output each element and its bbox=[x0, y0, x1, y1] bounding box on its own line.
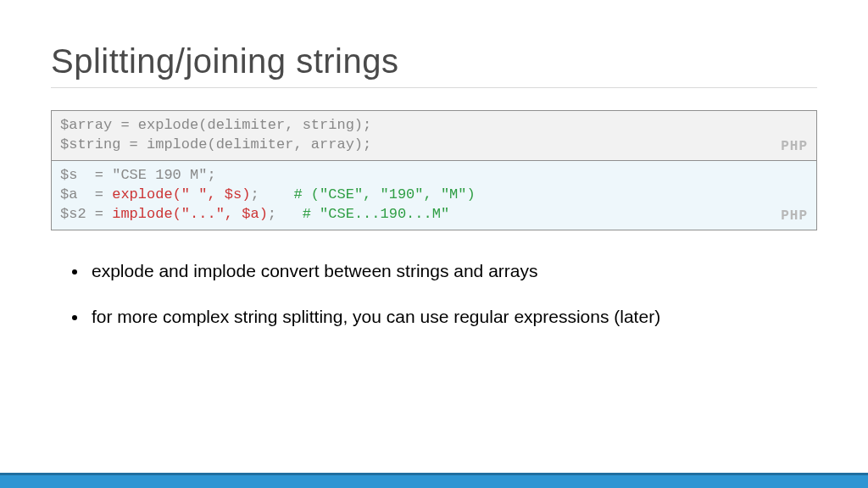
bullet-item: for more complex string splitting, you c… bbox=[88, 307, 817, 327]
code-fragment: ; bbox=[250, 186, 293, 202]
code-line: $array = explode(delimiter, string); bbox=[60, 117, 371, 133]
php-syntax-box: $array = explode(delimiter, string); $st… bbox=[51, 110, 817, 161]
php-example-box: $s = "CSE 190 M"; $a = explode(" ", $s);… bbox=[51, 160, 817, 230]
code-fragment: $a = bbox=[60, 186, 112, 202]
code-function: implode("...", $a) bbox=[112, 206, 268, 222]
slide: Splitting/joining strings $array = explo… bbox=[0, 0, 868, 488]
code-fragment: ; bbox=[268, 206, 303, 222]
language-badge: PHP bbox=[781, 208, 808, 226]
code-fragment: $s2 = bbox=[60, 206, 112, 222]
bullet-item: explode and implode convert between stri… bbox=[88, 261, 817, 281]
code-line: $s = "CSE 190 M"; bbox=[60, 167, 216, 183]
language-badge: PHP bbox=[781, 138, 808, 157]
slide-title: Splitting/joining strings bbox=[51, 42, 817, 88]
bullet-list: explode and implode convert between stri… bbox=[51, 261, 817, 327]
code-function: explode(" ", $s) bbox=[112, 186, 250, 202]
code-comment: # "CSE...190...M" bbox=[303, 206, 449, 222]
footer-accent-bar bbox=[0, 473, 868, 488]
code-comment: # ("CSE", "190", "M") bbox=[293, 186, 475, 202]
code-line: $string = implode(delimiter, array); bbox=[60, 136, 371, 152]
